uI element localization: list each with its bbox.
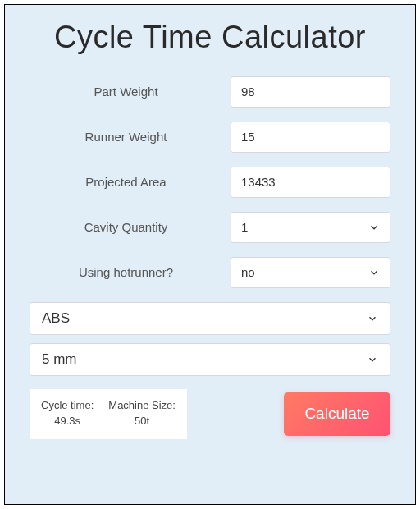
row-runner-weight: Runner Weight 15 (30, 122, 390, 153)
row-cavity-quantity: Cavity Quantity 1 (30, 212, 390, 243)
chevron-down-icon (367, 313, 378, 324)
material-value: ABS (42, 310, 70, 327)
projected-area-label: Projected Area (30, 175, 231, 189)
bottom-bar: Cycle time: 49.3s Machine Size: 50t Calc… (30, 389, 390, 439)
part-weight-value: 98 (241, 85, 255, 99)
runner-weight-input[interactable]: 15 (231, 122, 390, 153)
calculator-panel: Cycle Time Calculator Part Weight 98 Run… (4, 4, 416, 505)
projected-area-value: 13433 (241, 175, 276, 189)
machine-size-value: 50t (108, 413, 176, 429)
runner-weight-value: 15 (241, 130, 255, 144)
cavity-quantity-label: Cavity Quantity (30, 220, 231, 234)
page-title: Cycle Time Calculator (30, 20, 390, 55)
runner-weight-label: Runner Weight (30, 130, 231, 144)
row-projected-area: Projected Area 13433 (30, 167, 390, 198)
cycle-time-value: 49.3s (41, 413, 94, 429)
thickness-value: 5 mm (42, 351, 77, 368)
calculate-button[interactable]: Calculate (284, 392, 390, 436)
results-box: Cycle time: 49.3s Machine Size: 50t (30, 389, 187, 439)
cycle-time-label: Cycle time: (41, 397, 94, 414)
projected-area-input[interactable]: 13433 (231, 167, 390, 198)
chevron-down-icon (368, 222, 380, 233)
part-weight-input[interactable]: 98 (231, 76, 390, 108)
row-hotrunner: Using hotrunner? no (30, 257, 390, 288)
cavity-quantity-value: 1 (241, 220, 248, 234)
hotrunner-select[interactable]: no (231, 257, 390, 288)
cavity-quantity-select[interactable]: 1 (231, 212, 390, 243)
row-part-weight: Part Weight 98 (30, 76, 390, 108)
chevron-down-icon (368, 267, 380, 278)
cycle-time-result: Cycle time: 49.3s (41, 397, 94, 429)
hotrunner-label: Using hotrunner? (30, 265, 231, 279)
machine-size-result: Machine Size: 50t (108, 397, 176, 429)
part-weight-label: Part Weight (30, 85, 231, 99)
machine-size-label: Machine Size: (108, 397, 176, 414)
hotrunner-value: no (241, 265, 255, 279)
thickness-select[interactable]: 5 mm (30, 343, 390, 376)
chevron-down-icon (367, 354, 378, 365)
material-select[interactable]: ABS (30, 302, 390, 335)
